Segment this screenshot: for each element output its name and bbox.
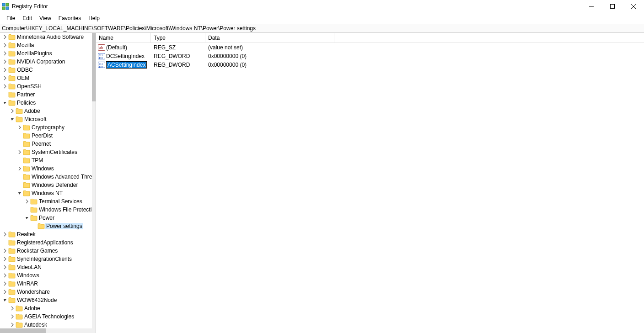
- expand-icon[interactable]: [24, 198, 30, 205]
- menu-help[interactable]: Help: [85, 14, 103, 23]
- value-row[interactable]: ACSettingIndexREG_DWORD0x00000000 (0): [96, 60, 644, 69]
- value-row[interactable]: (Default)REG_SZ(value not set): [96, 43, 644, 52]
- tree-node[interactable]: Wondershare: [0, 288, 92, 296]
- tree-node[interactable]: WinRAR: [0, 280, 92, 288]
- folder-icon: [8, 239, 16, 246]
- expand-icon[interactable]: [16, 149, 23, 155]
- address-bar[interactable]: Computer\HKEY_LOCAL_MACHINE\SOFTWARE\Pol…: [0, 24, 644, 33]
- value-type: REG_DWORD: [151, 62, 205, 68]
- expand-icon[interactable]: [2, 272, 8, 279]
- collapse-icon[interactable]: [2, 297, 8, 303]
- tree-node[interactable]: Windows: [0, 271, 92, 280]
- expand-icon[interactable]: [2, 67, 8, 73]
- tree-node[interactable]: SyncIntegrationClients: [0, 255, 92, 263]
- expand-icon[interactable]: [2, 248, 8, 254]
- expand-icon[interactable]: [2, 50, 8, 57]
- tree-node-label: WOW6432Node: [17, 297, 57, 303]
- expand-icon[interactable]: [9, 108, 16, 114]
- tree-node[interactable]: MozillaPlugins: [0, 49, 92, 58]
- collapse-icon[interactable]: [16, 190, 23, 196]
- tree-node[interactable]: Autodesk: [0, 321, 92, 329]
- folder-icon: [8, 99, 16, 106]
- registry-tree[interactable]: Minnetonka Audio SoftwareMozillaMozillaP…: [0, 33, 92, 329]
- tree-node[interactable]: OEM: [0, 74, 92, 82]
- tree-node[interactable]: RegisteredApplications: [0, 238, 92, 247]
- expand-icon[interactable]: [2, 34, 8, 40]
- folder-icon: [30, 206, 38, 213]
- maximize-button[interactable]: [602, 0, 623, 13]
- tree-node[interactable]: AGEIA Technologies: [0, 312, 92, 321]
- tree-node[interactable]: Windows NT: [0, 189, 92, 197]
- tree-node[interactable]: NVIDIA Corporation: [0, 58, 92, 66]
- tree-node[interactable]: SystemCertificates: [0, 148, 92, 156]
- tree-horizontal-scrollbar[interactable]: [0, 328, 92, 333]
- tree-node[interactable]: PeerDist: [0, 132, 92, 140]
- tree-node[interactable]: OpenSSH: [0, 82, 92, 90]
- tree-node[interactable]: Realtek: [0, 230, 92, 238]
- tree-node[interactable]: Power: [0, 214, 92, 222]
- tree-vertical-scrollbar-thumb[interactable]: [92, 33, 96, 101]
- column-header-name[interactable]: Name: [96, 33, 151, 42]
- tree-node[interactable]: Windows File Protecti: [0, 206, 92, 214]
- expand-icon[interactable]: [16, 165, 23, 172]
- tree-node[interactable]: WOW6432Node: [0, 296, 92, 304]
- tree-node[interactable]: Terminal Services: [0, 197, 92, 206]
- menu-file[interactable]: File: [3, 14, 19, 23]
- folder-icon: [8, 42, 16, 49]
- tree-horizontal-scrollbar-thumb[interactable]: [0, 328, 46, 333]
- tree-node-label: Mozilla: [17, 42, 34, 48]
- expand-icon[interactable]: [2, 58, 8, 65]
- tree-node[interactable]: Policies: [0, 99, 92, 107]
- folder-icon: [30, 214, 38, 222]
- tree-node[interactable]: Partner: [0, 90, 92, 99]
- expand-icon[interactable]: [2, 75, 8, 81]
- folder-icon: [23, 132, 30, 139]
- minimize-button[interactable]: [581, 0, 602, 13]
- dword-value-icon: [98, 62, 105, 68]
- expand-icon[interactable]: [2, 264, 8, 270]
- column-header-type[interactable]: Type: [151, 33, 205, 42]
- expand-icon[interactable]: [2, 42, 8, 48]
- expand-placeholder: [31, 223, 38, 229]
- tree-vertical-scrollbar[interactable]: [92, 33, 96, 333]
- close-button[interactable]: [623, 0, 644, 13]
- value-type: REG_SZ: [151, 44, 205, 51]
- tree-node-label: SystemCertificates: [32, 149, 77, 155]
- tree-node[interactable]: Mozilla: [0, 41, 92, 49]
- tree-node[interactable]: TPM: [0, 156, 92, 164]
- tree-node[interactable]: Adobe: [0, 304, 92, 312]
- menu-favorites[interactable]: Favorites: [55, 14, 85, 23]
- tree-node[interactable]: Rockstar Games: [0, 247, 92, 255]
- collapse-icon[interactable]: [9, 116, 16, 122]
- tree-node[interactable]: Windows Defender: [0, 181, 92, 189]
- collapse-icon[interactable]: [24, 215, 30, 221]
- expand-icon[interactable]: [9, 305, 16, 312]
- values-rows[interactable]: (Default)REG_SZ(value not set)DCSettingI…: [96, 43, 644, 69]
- menu-edit[interactable]: Edit: [19, 14, 36, 23]
- expand-icon[interactable]: [16, 124, 23, 131]
- expand-icon[interactable]: [2, 256, 8, 262]
- expand-icon[interactable]: [9, 313, 16, 320]
- value-row[interactable]: DCSettingIndexREG_DWORD0x00000000 (0): [96, 52, 644, 60]
- tree-node[interactable]: Microsoft: [0, 115, 92, 123]
- collapse-icon[interactable]: [2, 100, 8, 106]
- rename-input[interactable]: ACSettingIndex: [106, 61, 147, 69]
- tree-node[interactable]: VideoLAN: [0, 263, 92, 271]
- tree-node[interactable]: Windows: [0, 164, 92, 173]
- tree-node[interactable]: Peernet: [0, 140, 92, 148]
- tree-node[interactable]: Adobe: [0, 107, 92, 115]
- tree-node[interactable]: Power settings: [0, 222, 92, 230]
- tree-node[interactable]: ODBC: [0, 66, 92, 74]
- expand-icon[interactable]: [9, 322, 16, 328]
- menu-view[interactable]: View: [36, 14, 55, 23]
- expand-icon[interactable]: [2, 289, 8, 295]
- tree-node[interactable]: Cryptography: [0, 123, 92, 132]
- tree-node[interactable]: Windows Advanced Thre: [0, 173, 92, 181]
- folder-icon: [8, 255, 16, 263]
- svg-rect-0: [2, 3, 5, 6]
- expand-icon[interactable]: [2, 83, 8, 90]
- expand-icon[interactable]: [2, 280, 8, 287]
- tree-node[interactable]: Minnetonka Audio Software: [0, 33, 92, 41]
- column-header-data[interactable]: Data: [205, 33, 334, 42]
- expand-icon[interactable]: [2, 231, 8, 238]
